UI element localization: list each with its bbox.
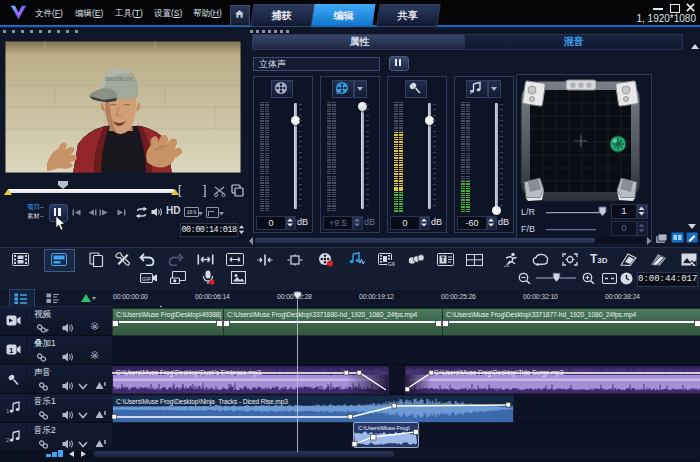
svg-text:2: 2 <box>6 437 10 443</box>
svg-text:1: 1 <box>9 346 14 355</box>
svg-text:GIF: GIF <box>388 261 396 267</box>
svg-text:1: 1 <box>6 408 10 414</box>
svg-text:5: 5 <box>336 89 339 95</box>
svg-text:GIF: GIF <box>142 276 152 282</box>
svg-text:BROOKLYN: BROOKLYN <box>105 76 133 82</box>
svg-text:1: 1 <box>469 89 472 95</box>
